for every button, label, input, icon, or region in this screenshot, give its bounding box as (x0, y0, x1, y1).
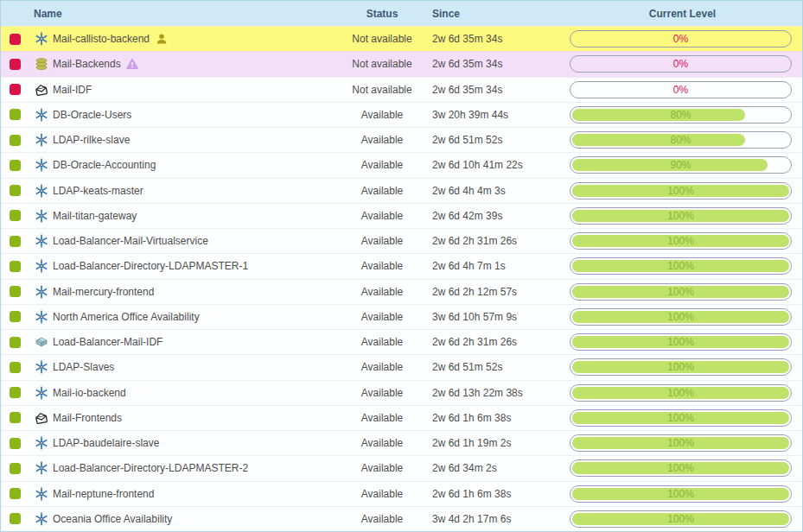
current-level-label: 100% (570, 410, 791, 426)
object-name-link[interactable]: LDAP-Slaves (53, 361, 114, 373)
current-level-cell: 80% (563, 131, 802, 149)
status-text: Available (338, 361, 426, 373)
name-cell: Mail-Frontends (27, 410, 338, 425)
name-cell: Oceania Office Availability (27, 511, 338, 526)
column-header-current-level[interactable]: Current Level (563, 8, 802, 20)
current-level-cell: 100% (563, 510, 802, 528)
since-text: 2w 6d 34m 2s (426, 462, 563, 474)
status-text: Available (338, 260, 426, 272)
state-cell (1, 362, 27, 373)
state-cell (1, 59, 27, 70)
current-level-cell: 100% (563, 283, 802, 301)
database-icon (34, 57, 48, 72)
current-level-label: 100% (570, 359, 791, 375)
since-text: 2w 6d 1h 19m 2s (426, 437, 563, 449)
since-text: 2w 6d 42m 39s (426, 210, 563, 222)
current-level-cell: 100% (563, 182, 802, 200)
status-indicator (10, 286, 21, 297)
current-level-label: 80% (570, 132, 791, 148)
status-indicator (10, 210, 21, 221)
object-name-link[interactable]: LDAP-rilke-slave (53, 134, 130, 146)
name-cell: DB-Oracle-Users (27, 107, 338, 122)
current-level-label: 100% (570, 258, 791, 274)
state-cell (1, 463, 27, 474)
current-level-bar: 100% (570, 257, 792, 275)
services-icon (34, 259, 48, 274)
current-level-cell: 80% (563, 106, 802, 124)
services-icon (34, 284, 48, 299)
current-level-bar: 100% (570, 384, 792, 402)
current-level-cell: 0% (563, 30, 802, 48)
name-cell: Mail-callisto-backend (27, 32, 338, 47)
name-cell: LDAP-baudelaire-slave (27, 436, 338, 451)
current-level-bar: 100% (570, 434, 792, 452)
table-row: Load-Balancer-Directory-LDAPMASTER-2 Ava… (1, 455, 802, 480)
current-level-label: 100% (570, 486, 791, 502)
since-text: 2w 6d 51m 52s (426, 361, 563, 373)
object-name-link[interactable]: LDAP-baudelaire-slave (53, 437, 159, 449)
object-name-link[interactable]: Mail-Frontends (53, 412, 122, 424)
status-indicator (10, 109, 21, 120)
column-header-since[interactable]: Since (426, 8, 563, 20)
object-name-link[interactable]: Load-Balancer-Directory-LDAPMASTER-1 (53, 260, 248, 272)
since-text: 2w 6d 35m 34s (426, 33, 563, 45)
name-cell: LDAP-keats-master (27, 183, 338, 198)
services-icon (34, 107, 48, 122)
current-level-bar: 80% (570, 106, 792, 124)
current-level-cell: 0% (563, 55, 802, 73)
current-level-bar: 100% (570, 283, 792, 301)
table-body: Mail-callisto-backend Not available 2w 6… (1, 26, 802, 531)
table-row: Load-Balancer-Mail-IDF Available 2w 6d 2… (1, 329, 802, 354)
table-row: Mail-IDF Not available 2w 6d 35m 34s 0% (1, 77, 802, 102)
status-text: Not available (338, 33, 426, 45)
name-cell: North America Office Availability (27, 309, 338, 324)
table-row: Mail-neptune-frontend Available 2w 6d 1h… (1, 481, 802, 506)
object-name-link[interactable]: Mail-mercury-frontend (53, 286, 154, 298)
table-header-row: Name Status Since Current Level (1, 1, 802, 26)
object-name-link[interactable]: Load-Balancer-Mail-IDF (53, 336, 163, 348)
name-cell: Mail-mercury-frontend (27, 284, 338, 299)
table-row: North America Office Availability Availa… (1, 304, 802, 329)
object-name-link[interactable]: Mail-IDF (53, 84, 92, 96)
services-icon (34, 436, 48, 451)
object-name-link[interactable]: DB-Oracle-Users (53, 109, 131, 121)
current-level-bar: 90% (570, 156, 792, 174)
current-level-cell: 100% (563, 257, 802, 275)
object-name-link[interactable]: Mail-Backends (53, 58, 121, 70)
object-name-link[interactable]: Mail-neptune-frontend (53, 488, 154, 500)
since-text: 2w 6d 2h 12m 57s (426, 286, 563, 298)
current-level-bar: 100% (570, 232, 792, 250)
object-name-link[interactable]: LDAP-keats-master (53, 185, 143, 197)
object-name-link[interactable]: Mail-titan-gateway (53, 210, 137, 222)
table-row: Mail-titan-gateway Available 2w 6d 42m 3… (1, 203, 802, 228)
status-indicator (10, 185, 21, 196)
column-header-status[interactable]: Status (338, 8, 426, 20)
object-name-link[interactable]: North America Office Availability (53, 311, 200, 323)
object-name-link[interactable]: Load-Balancer-Directory-LDAPMASTER-2 (53, 462, 248, 474)
services-icon (34, 511, 48, 526)
current-level-label: 100% (570, 284, 791, 300)
column-header-name[interactable]: Name (27, 8, 338, 20)
since-text: 3w 20h 39m 44s (426, 109, 563, 121)
object-name-link[interactable]: DB-Oracle-Accounting (53, 159, 156, 171)
object-name-link[interactable]: Mail-callisto-backend (53, 33, 150, 45)
object-name-link[interactable]: Oceania Office Availability (53, 513, 172, 525)
object-name-link[interactable]: Mail-io-backend (53, 387, 126, 399)
table-row: LDAP-Slaves Available 2w 6d 51m 52s 100 (1, 354, 802, 379)
status-indicator (10, 59, 21, 70)
status-text: Not available (338, 58, 426, 70)
table-row: LDAP-rilke-slave Available 2w 6d 51m 52s (1, 127, 802, 152)
envelope-icon (34, 82, 48, 97)
state-cell (1, 387, 27, 398)
services-icon (34, 158, 48, 173)
state-cell (1, 261, 27, 272)
table-row: DB-Oracle-Accounting Available 2w 6d 10h… (1, 152, 802, 177)
current-level-bar: 100% (570, 358, 792, 376)
status-indicator (10, 261, 21, 272)
services-icon (34, 32, 48, 47)
state-cell (1, 34, 27, 45)
status-text: Available (338, 286, 426, 298)
current-level-cell: 0% (563, 81, 802, 98)
object-name-link[interactable]: Load-Balancer-Mail-Virtualservice (53, 235, 208, 247)
current-level-label: 100% (570, 208, 791, 224)
